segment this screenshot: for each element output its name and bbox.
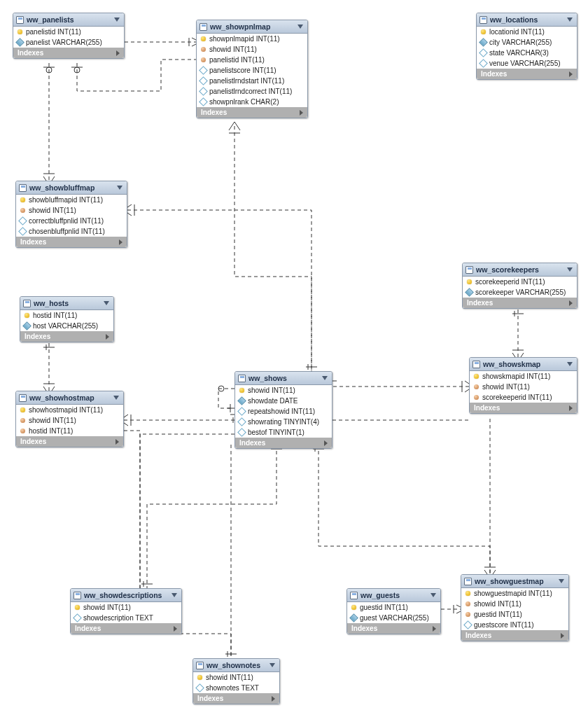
table-ww-panelists[interactable]: ww_panelistspanelistid INT(11)panelist V… (13, 13, 125, 59)
expand-icon[interactable] (106, 334, 109, 340)
expand-icon[interactable] (569, 405, 573, 411)
column-row[interactable]: showrating TINYINT(4) (235, 417, 332, 427)
column-row[interactable]: panelistid INT(11) (197, 55, 307, 65)
column-row[interactable]: guestid INT(11) (461, 609, 568, 620)
table-ww-showpnlmap[interactable]: ww_showpnlmapshowpnlmapid INT(11)showid … (196, 20, 308, 118)
collapse-icon[interactable] (567, 362, 573, 366)
indexes-section[interactable]: Indexes (13, 48, 124, 58)
column-row[interactable]: scorekeeperid INT(11) (470, 392, 577, 403)
table-header[interactable]: ww_hosts (20, 297, 113, 310)
column-row[interactable]: showid INT(11) (71, 602, 181, 613)
table-ww-showdescriptions[interactable]: ww_showdescriptionsshowid INT(11)showdes… (70, 588, 182, 634)
indexes-section[interactable]: Indexes (477, 69, 577, 79)
table-ww-shownotes[interactable]: ww_shownotesshowid INT(11)shownotes TEXT… (192, 658, 280, 704)
indexes-section[interactable]: Indexes (197, 107, 307, 118)
table-ww-showbluffmap[interactable]: ww_showbluffmapshowbluffmapid INT(11)sho… (15, 181, 127, 248)
expand-icon[interactable] (115, 439, 119, 445)
column-row[interactable]: showdescription TEXT (71, 613, 181, 623)
indexes-section[interactable]: Indexes (71, 623, 181, 634)
collapse-icon[interactable] (567, 267, 573, 272)
column-row[interactable]: panelistscore INT(11) (197, 65, 307, 76)
table-header[interactable]: ww_shownotes (193, 659, 279, 672)
column-row[interactable]: showid INT(11) (235, 385, 332, 396)
table-header[interactable]: ww_showbluffmap (16, 181, 127, 195)
indexes-section[interactable]: Indexes (461, 630, 568, 641)
column-row[interactable]: correctbluffpnlid INT(11) (16, 216, 127, 226)
column-row[interactable]: state VARCHAR(3) (477, 48, 577, 58)
column-row[interactable]: showhostmapid INT(11) (16, 405, 123, 415)
indexes-section[interactable]: Indexes (20, 331, 113, 342)
expand-icon[interactable] (272, 696, 275, 702)
column-row[interactable]: showguestmapid INT(11) (461, 588, 568, 599)
column-row[interactable]: showid INT(11) (470, 382, 577, 392)
column-row[interactable]: showid INT(11) (461, 599, 568, 609)
collapse-icon[interactable] (117, 186, 122, 190)
column-row[interactable]: repeatshowid INT(11) (235, 406, 332, 417)
column-row[interactable]: showid INT(11) (193, 672, 279, 683)
column-row[interactable]: city VARCHAR(255) (477, 37, 577, 48)
column-row[interactable]: scorekeeperid INT(11) (463, 277, 577, 287)
indexes-section[interactable]: Indexes (16, 436, 123, 447)
column-row[interactable]: showbluffmapid INT(11) (16, 195, 127, 205)
table-header[interactable]: ww_showdescriptions (71, 589, 181, 602)
expand-icon[interactable] (569, 300, 573, 306)
table-ww-showskmap[interactable]: ww_showskmapshowskmapid INT(11)showid IN… (469, 357, 578, 414)
column-row[interactable]: shownotes TEXT (193, 683, 279, 693)
column-row[interactable]: guest VARCHAR(255) (347, 613, 440, 623)
column-row[interactable]: locationid INT(11) (477, 27, 577, 37)
column-row[interactable]: venue VARCHAR(255) (477, 58, 577, 69)
collapse-icon[interactable] (559, 579, 564, 583)
column-row[interactable]: panelist VARCHAR(255) (13, 37, 124, 48)
indexes-section[interactable]: Indexes (16, 237, 127, 247)
table-ww-showguestmap[interactable]: ww_showguestmapshowguestmapid INT(11)sho… (461, 574, 569, 641)
column-row[interactable]: panelistlrndstart INT(11) (197, 76, 307, 86)
table-ww-guests[interactable]: ww_guestsguestid INT(11)guest VARCHAR(25… (346, 588, 441, 634)
column-row[interactable]: hostid INT(11) (20, 310, 113, 321)
indexes-section[interactable]: Indexes (463, 298, 577, 308)
table-ww-hosts[interactable]: ww_hostshostid INT(11)host VARCHAR(255)I… (20, 296, 114, 342)
expand-icon[interactable] (561, 633, 564, 639)
table-header[interactable]: ww_locations (477, 13, 577, 27)
collapse-icon[interactable] (298, 25, 303, 29)
indexes-section[interactable]: Indexes (193, 693, 279, 704)
collapse-icon[interactable] (113, 396, 119, 400)
table-header[interactable]: ww_showguestmap (461, 575, 568, 588)
collapse-icon[interactable] (172, 593, 177, 597)
table-header[interactable]: ww_showskmap (470, 358, 577, 371)
column-row[interactable]: panelistlrndcorrect INT(11) (197, 86, 307, 97)
expand-icon[interactable] (569, 71, 573, 77)
expand-icon[interactable] (324, 440, 328, 446)
table-header[interactable]: ww_showpnlmap (197, 20, 307, 34)
column-row[interactable]: bestof TINYINT(1) (235, 427, 332, 438)
column-row[interactable]: chosenbluffpnlid INT(11) (16, 226, 127, 237)
table-header[interactable]: ww_guests (347, 589, 440, 602)
collapse-icon[interactable] (430, 593, 436, 597)
collapse-icon[interactable] (567, 18, 573, 22)
collapse-icon[interactable] (270, 663, 275, 667)
column-row[interactable]: showid INT(11) (16, 415, 123, 426)
table-header[interactable]: ww_showhostmap (16, 391, 123, 405)
table-ww-shows[interactable]: ww_showsshowid INT(11)showdate DATErepea… (234, 371, 332, 449)
indexes-section[interactable]: Indexes (347, 623, 440, 634)
expand-icon[interactable] (116, 50, 120, 56)
column-row[interactable]: guestid INT(11) (347, 602, 440, 613)
expand-icon[interactable] (119, 239, 122, 245)
column-row[interactable]: showid INT(11) (16, 205, 127, 216)
column-row[interactable]: host VARCHAR(255) (20, 321, 113, 331)
column-row[interactable]: showpnlmapid INT(11) (197, 34, 307, 44)
table-ww-scorekeepers[interactable]: ww_scorekeepersscorekeeperid INT(11)scor… (462, 263, 578, 309)
table-header[interactable]: ww_shows (235, 372, 332, 385)
expand-icon[interactable] (300, 110, 303, 116)
table-ww-locations[interactable]: ww_locationslocationid INT(11)city VARCH… (476, 13, 578, 80)
column-row[interactable]: panelistid INT(11) (13, 27, 124, 37)
column-row[interactable]: showpnlrank CHAR(2) (197, 97, 307, 107)
table-header[interactable]: ww_panelists (13, 13, 124, 27)
collapse-icon[interactable] (322, 376, 328, 380)
column-row[interactable]: hostid INT(11) (16, 426, 123, 436)
column-row[interactable]: showdate DATE (235, 396, 332, 406)
column-row[interactable]: showid INT(11) (197, 44, 307, 55)
collapse-icon[interactable] (114, 18, 120, 22)
indexes-section[interactable]: Indexes (470, 403, 577, 413)
column-row[interactable]: scorekeeper VARCHAR(255) (463, 287, 577, 298)
collapse-icon[interactable] (104, 301, 109, 305)
